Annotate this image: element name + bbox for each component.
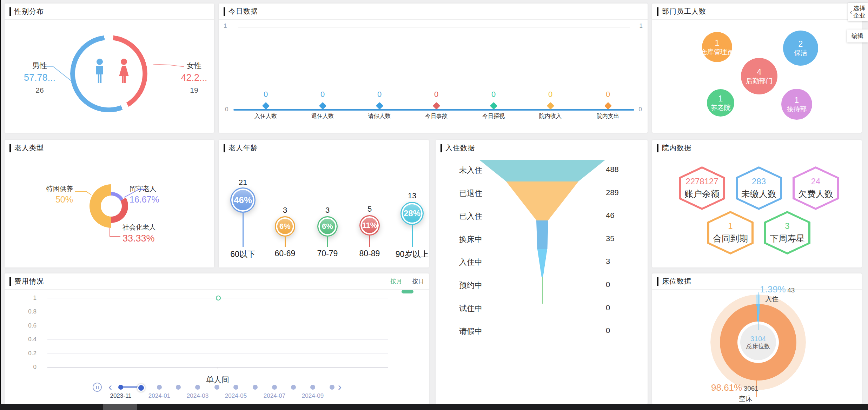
- today-item: 0 今日探视: [472, 90, 515, 120]
- title-bar-icon: [440, 144, 442, 152]
- bubble-reception: 1 接待部: [781, 89, 812, 120]
- funnel-seg-checked-out: [506, 181, 578, 220]
- bed-occupied-label: 1.39% 43: [760, 285, 795, 294]
- panel-fee-header: 费用情况 按月 按日: [5, 273, 429, 290]
- fee-tabs: 按月 按日: [390, 277, 424, 285]
- timeline-label: 2024-09: [295, 392, 330, 399]
- fee-chart: 1 0.8 0.6 0.4 0.2 0 单人间 ‹ › 2023-11 2024…: [5, 290, 429, 404]
- elder-type-label-liushou: 留守老人 16.67%: [130, 185, 159, 204]
- bubble-warehouse: 1 仓库管理员: [702, 32, 732, 62]
- gridline: [47, 353, 388, 354]
- collapse-icon[interactable]: ‹: [850, 8, 852, 16]
- tab-by-month[interactable]: 按月: [390, 277, 402, 285]
- funnel-seg-checking-in: [542, 277, 543, 304]
- timeline-dot[interactable]: [310, 385, 315, 390]
- panel-dept: 部门员工人数 1 仓库管理员 2 保洁 4 后勤部门 1 养老院 1 接待部: [652, 4, 862, 133]
- bed-empty-label: 98.61% 3061: [711, 383, 758, 392]
- gender-chart: 男性 57.78... 26 女性 42.2... 19: [5, 20, 214, 133]
- bubble-nursing-home: 1 养老院: [707, 89, 734, 117]
- today-top-gridline: [238, 27, 630, 28]
- y-axis-tick: 0.4: [8, 336, 37, 343]
- panel-gender: 性别分布 男性 57.78... 26 女性 42.2... 19: [5, 4, 214, 133]
- count-label: 21: [230, 178, 256, 187]
- elder-type-label-shehui: 社会化老人 33.33%: [122, 224, 156, 243]
- stem: [412, 225, 413, 247]
- bubble-logistics: 4 后勤部门: [741, 58, 777, 94]
- timeline-dot[interactable]: [195, 385, 200, 390]
- x-axis-tick: [218, 367, 218, 369]
- panel-today-header: 今日数据: [219, 4, 648, 20]
- timeline-dot[interactable]: [253, 385, 258, 390]
- timeline-dot[interactable]: [118, 385, 123, 390]
- stem: [243, 213, 244, 247]
- taskbar-segment: [103, 404, 137, 410]
- bed-empty-name: 空床: [739, 394, 752, 403]
- age-circle-70-79: 6%: [317, 216, 338, 237]
- panel-today: 今日数据 1 1 0 0 0 入住人数 0 退住人数 0 请假人数 0 今日事故: [219, 4, 648, 133]
- panel-today-title: 今日数据: [228, 7, 258, 16]
- timeline-dot[interactable]: [233, 385, 238, 390]
- age-circle-80-89: 11%: [359, 215, 380, 236]
- timeline-label: 2024-03: [180, 392, 215, 399]
- diamond-marker-icon: [432, 102, 440, 110]
- panel-bed-title: 床位数据: [662, 277, 691, 286]
- hex-contract-expiry: 1 合同到期: [707, 211, 754, 254]
- title-bar-icon: [657, 7, 658, 16]
- age-circle-over90: 28%: [400, 202, 424, 225]
- select-enterprise-button[interactable]: ‹ 选择 企业: [848, 3, 868, 21]
- timeline-pause-button[interactable]: [93, 383, 102, 392]
- gender-female-label: 女性 42.2... 19: [168, 62, 220, 94]
- timeline-dot[interactable]: [157, 385, 162, 390]
- today-item: 0 入住人数: [245, 90, 287, 120]
- timeline-dot[interactable]: [176, 385, 181, 390]
- panel-elder-type-title: 老人类型: [14, 143, 44, 153]
- panel-elder-age-header: 老人年龄: [219, 140, 429, 156]
- edit-button[interactable]: 编辑: [847, 29, 868, 42]
- gender-male-label: 男性 57.78... 26: [15, 62, 64, 94]
- timeline-dot[interactable]: [291, 385, 296, 390]
- timeline-dot[interactable]: [272, 385, 277, 390]
- age-circle-60-69: 6%: [275, 216, 295, 237]
- today-item: 0 退住人数: [302, 90, 344, 120]
- gridline: [47, 339, 388, 340]
- gridline: [47, 312, 388, 312]
- series-legend-swatch[interactable]: [402, 290, 413, 293]
- checkin-funnel-chart: 未入住 488 已退住 289 已入住 46 换床中 35 入住中 3 预约中 …: [436, 156, 648, 404]
- hex-arrears-count: 24 欠费人数: [793, 166, 839, 210]
- elder-type-donut: [5, 156, 214, 267]
- hex-unpaid-count: 283 未缴人数: [736, 166, 782, 210]
- y-axis-tick: 0: [8, 364, 37, 371]
- panel-elder-type-header: 老人类型: [5, 140, 214, 156]
- funnel-seg-bed-changing: [537, 249, 547, 277]
- diamond-marker-icon: [604, 102, 611, 110]
- panel-bed-header: 床位数据: [652, 273, 862, 290]
- timeline-dot-current[interactable]: [137, 384, 145, 392]
- hospital-hex-chart: 2278127 账户余额 283 未缴人数 24 欠费人数 1 合同到期 3: [652, 156, 862, 267]
- bed-occupied-name: 入住: [765, 295, 778, 304]
- diamond-marker-icon: [490, 102, 497, 110]
- timeline-prev-icon[interactable]: ‹: [108, 381, 112, 392]
- timeline-dot[interactable]: [330, 385, 334, 390]
- age-category: 60-69: [260, 249, 310, 258]
- age-category: 70-79: [303, 249, 352, 258]
- y-axis-tick: 0.8: [8, 308, 37, 315]
- stem: [327, 237, 328, 247]
- timeline-next-icon[interactable]: ›: [338, 381, 342, 392]
- y-axis-tick: 0.6: [8, 322, 37, 329]
- elder-type-chart: 特困供养 50% 留守老人 16.67% 社会化老人 33.33%: [5, 156, 214, 267]
- y-axis-tick: 0: [639, 106, 642, 113]
- panel-elder-age: 老人年龄 21 46% 60以下 3 6% 60-69 3 6% 70-79 5…: [219, 140, 429, 267]
- panel-elder-type: 老人类型 特困供养 50% 留守老人 16.67% 社会化老人 33.33%: [5, 140, 214, 267]
- funnel-seg-checked-in: [536, 220, 548, 249]
- diamond-marker-icon: [546, 102, 554, 110]
- tab-by-day[interactable]: 按日: [412, 277, 424, 285]
- panel-hospital: 院内数据 2278127 账户余额 283 未缴人数 24 欠费人数 1 合同到…: [652, 140, 862, 267]
- timeline-label: 2024-01: [142, 392, 177, 399]
- panel-dept-header: 部门员工人数: [652, 4, 862, 20]
- timeline-dot[interactable]: [214, 385, 219, 390]
- count-label: 5: [357, 205, 382, 214]
- taskbar-edge: [0, 404, 868, 410]
- panel-dept-title: 部门员工人数: [662, 7, 706, 16]
- elder-type-label-tekun: 特困供养 50%: [19, 185, 73, 204]
- diamond-marker-icon: [319, 102, 326, 110]
